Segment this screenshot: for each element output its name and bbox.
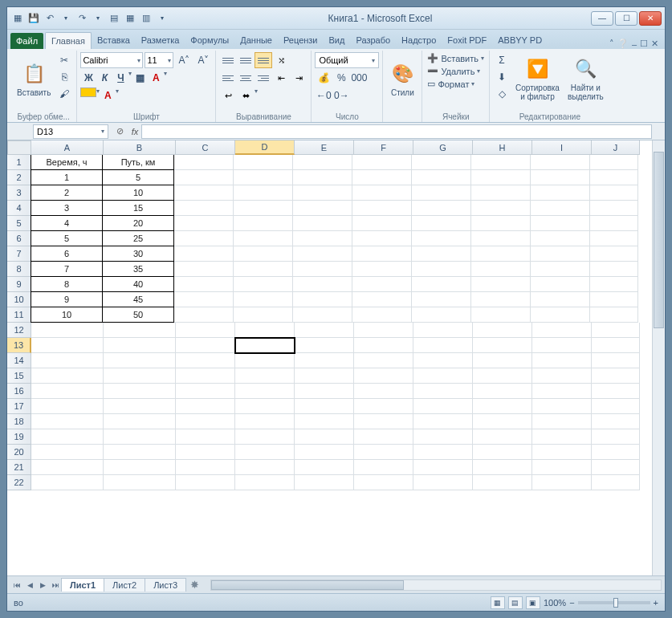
cell[interactable] — [590, 216, 638, 231]
cell[interactable] — [590, 170, 638, 185]
currency-icon[interactable]: 💰 — [315, 70, 332, 86]
comma-icon[interactable]: 000 — [350, 70, 368, 86]
cell[interactable] — [295, 429, 354, 445]
cell[interactable] — [235, 384, 295, 399]
select-all-corner[interactable] — [7, 140, 31, 155]
cell[interactable] — [531, 201, 590, 216]
cell[interactable] — [235, 368, 295, 384]
row-header[interactable]: 18 — [7, 414, 31, 429]
cell[interactable] — [354, 460, 413, 475]
cell[interactable]: 25 — [102, 230, 174, 246]
clear-icon[interactable]: ◇ — [493, 86, 511, 102]
cell[interactable] — [104, 368, 176, 384]
cell[interactable] — [295, 399, 354, 414]
cell[interactable] — [234, 246, 293, 262]
cell[interactable] — [354, 353, 413, 368]
cell[interactable] — [532, 368, 592, 384]
cell[interactable] — [532, 460, 592, 475]
cell[interactable] — [471, 201, 531, 216]
cell[interactable] — [295, 460, 354, 475]
cell[interactable]: Веремя, ч — [31, 155, 103, 170]
sheet-nav-last-icon[interactable]: ⏭ — [49, 579, 62, 592]
cell[interactable] — [354, 338, 413, 353]
cell[interactable] — [412, 246, 471, 262]
row-header[interactable]: 12 — [7, 323, 31, 338]
cell[interactable] — [104, 353, 176, 368]
cell[interactable] — [531, 155, 590, 170]
cell[interactable] — [413, 429, 473, 445]
cell[interactable] — [293, 307, 352, 323]
cell[interactable] — [293, 246, 352, 262]
cell[interactable]: 1 — [31, 169, 103, 185]
cell[interactable] — [104, 384, 176, 399]
cell[interactable] — [174, 246, 234, 262]
cell[interactable] — [354, 445, 413, 460]
cell[interactable] — [531, 231, 590, 246]
undo-dropdown-icon[interactable]: ▾ — [59, 11, 73, 26]
cell[interactable]: 35 — [102, 261, 174, 277]
cell[interactable] — [235, 475, 295, 490]
row-header[interactable]: 17 — [7, 399, 31, 414]
cell[interactable] — [293, 155, 352, 170]
cell[interactable] — [174, 231, 234, 246]
cell[interactable] — [31, 353, 104, 368]
cell[interactable] — [235, 338, 295, 353]
cell[interactable] — [471, 277, 531, 292]
cell[interactable] — [531, 292, 590, 307]
cell[interactable] — [176, 353, 235, 368]
row-header[interactable]: 7 — [7, 246, 31, 262]
cell[interactable] — [352, 307, 412, 323]
cell[interactable] — [234, 216, 293, 231]
cell[interactable] — [235, 414, 295, 429]
styles-button[interactable]: 🎨 Стили — [386, 52, 418, 105]
decimal-dec-icon[interactable]: 0→ — [332, 87, 350, 104]
insert-cells-button[interactable]: ➕Вставить▾ — [426, 52, 486, 64]
view-break-icon[interactable]: ▣ — [526, 596, 540, 609]
cell[interactable] — [590, 277, 638, 292]
col-header-F[interactable]: F — [354, 140, 413, 155]
cell[interactable] — [176, 414, 235, 429]
cell[interactable] — [354, 399, 413, 414]
cell[interactable] — [176, 384, 235, 399]
cell[interactable] — [532, 353, 592, 368]
cell[interactable] — [471, 185, 531, 201]
cell[interactable] — [104, 475, 176, 490]
horizontal-scrollbar[interactable] — [210, 579, 662, 591]
cell[interactable] — [295, 384, 354, 399]
doc-close-icon[interactable]: ✕ — [651, 39, 658, 49]
redo-icon[interactable]: ↷ — [75, 11, 89, 26]
cell[interactable] — [413, 338, 473, 353]
row-header[interactable]: 20 — [7, 445, 31, 460]
minimize-ribbon-icon[interactable]: ˄ — [609, 39, 614, 49]
row-header[interactable]: 13 — [7, 338, 31, 353]
cell[interactable] — [176, 429, 235, 445]
cell[interactable] — [531, 170, 590, 185]
cell[interactable] — [352, 155, 412, 170]
cell[interactable] — [473, 460, 532, 475]
cell[interactable] — [352, 185, 412, 201]
cell[interactable] — [176, 323, 235, 338]
cell[interactable] — [412, 155, 471, 170]
shrink-font-icon[interactable]: A˅ — [194, 52, 212, 68]
cell[interactable] — [293, 262, 352, 277]
grow-font-icon[interactable]: A˄ — [175, 52, 193, 68]
qat-btn-1[interactable]: ▤ — [107, 11, 121, 26]
undo-icon[interactable]: ↶ — [43, 11, 57, 26]
cell[interactable] — [234, 231, 293, 246]
cell[interactable] — [293, 292, 352, 307]
cell[interactable] — [471, 216, 531, 231]
row-header[interactable]: 3 — [7, 185, 31, 201]
maximize-button[interactable]: ☐ — [615, 11, 637, 26]
font-color-drop-icon[interactable]: ▾ — [164, 70, 167, 86]
cell[interactable] — [412, 216, 471, 231]
cell[interactable] — [104, 338, 176, 353]
cell[interactable] — [31, 445, 104, 460]
cell[interactable] — [471, 246, 531, 262]
cell[interactable] — [471, 307, 531, 323]
sheet-nav-first-icon[interactable]: ⏮ — [10, 579, 23, 592]
zoom-thumb[interactable] — [613, 598, 618, 608]
cell[interactable] — [473, 353, 532, 368]
cell[interactable] — [412, 262, 471, 277]
cell[interactable] — [412, 170, 471, 185]
cell[interactable]: 4 — [31, 215, 103, 231]
